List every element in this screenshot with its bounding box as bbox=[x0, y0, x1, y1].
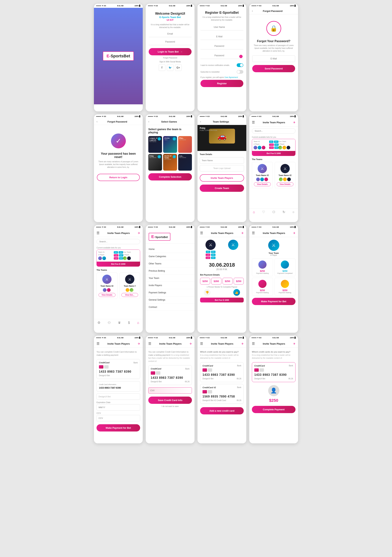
menu-item-general-settings[interactable]: General Settings bbox=[146, 296, 195, 303]
players-nav-icon[interactable]: ⚇ bbox=[108, 321, 111, 325]
complete-payment-button[interactable]: Complete Payment bbox=[252, 406, 295, 413]
card-holder-input[interactable] bbox=[97, 393, 140, 400]
send-icon-2[interactable]: ✈ bbox=[138, 231, 140, 235]
newsletter-toggle[interactable] bbox=[237, 70, 243, 74]
nav-title-forgot: Forgot Password bbox=[263, 10, 283, 12]
refresh-nav-icon[interactable]: ↻ bbox=[283, 210, 285, 214]
menu-item-payment-settings[interactable]: Payment Settings bbox=[146, 289, 195, 296]
back-button-team[interactable]: ‹ bbox=[200, 120, 201, 123]
menu-item-contract[interactable]: Contract bbox=[146, 303, 195, 311]
thumbs-up-button[interactable]: 👍 bbox=[233, 289, 240, 296]
hamburger-menu-icon[interactable]: ☰ bbox=[252, 120, 255, 124]
team-upload-button[interactable]: Team Logo Upload bbox=[200, 165, 244, 171]
facebook-button[interactable]: f bbox=[159, 64, 165, 71]
return-login-button[interactable]: Return to Login bbox=[97, 174, 140, 181]
login-button[interactable]: Login to Team Bet → bbox=[149, 48, 192, 55]
team1-label-2: Team #1 bbox=[98, 251, 114, 253]
card-option-1[interactable]: CreditCard Bank 1433 8983 7387 8390 Desi… bbox=[200, 362, 244, 382]
create-team-button[interactable]: Create Team bbox=[200, 185, 244, 192]
notification-toggle[interactable] bbox=[237, 63, 243, 67]
send-icon-3[interactable]: ✈ bbox=[241, 231, 244, 235]
invite-header: ☰ Invite Team Players ✈ bbox=[249, 118, 298, 126]
send-icon-8[interactable]: ✈ bbox=[293, 342, 295, 345]
menu-item-your-team[interactable]: Your Team bbox=[146, 275, 195, 282]
send-icon-7[interactable]: ✈ bbox=[241, 342, 244, 345]
view-details-button-1[interactable]: View Details bbox=[254, 182, 271, 186]
google-button[interactable]: G+ bbox=[175, 64, 182, 71]
controller-nav-icon[interactable]: ⚙ bbox=[98, 321, 100, 325]
trophy-nav-icon[interactable]: ♛ bbox=[118, 321, 121, 325]
game-card-2[interactable]: Play... Riot Games bbox=[178, 136, 192, 153]
twitter-button[interactable]: 🐦 bbox=[167, 64, 173, 71]
complete-selection-button[interactable]: Complete Selection bbox=[148, 173, 192, 180]
dont-save-link[interactable]: I do not want to save bbox=[148, 405, 192, 407]
menu-item-other-teams[interactable]: Other Teams bbox=[146, 260, 195, 267]
card-option-selected[interactable]: CreditCard Bank 1433 8983 7387 8390 Desi… bbox=[252, 362, 295, 382]
game-card-1[interactable]: CS-Go Valve ✓ bbox=[163, 136, 177, 153]
search-input-2[interactable] bbox=[97, 239, 140, 244]
hamburger-icon-6[interactable]: ☰ bbox=[148, 342, 151, 346]
card-option-2[interactable]: CreditCard #2 Bank 1569 8935 7890 4758 D… bbox=[200, 384, 244, 404]
users-nav-icon[interactable]: ⚇ bbox=[272, 210, 275, 214]
lt-2: Lost bbox=[114, 257, 118, 260]
make-payment-bet-button[interactable]: Make Payment for Bet bbox=[252, 298, 295, 305]
payment-avatar-3 bbox=[258, 280, 267, 288]
hamburger-icon-8[interactable]: ☰ bbox=[252, 342, 255, 346]
menu-item-home[interactable]: Home bbox=[146, 246, 195, 253]
send-password-button[interactable]: Send Password bbox=[252, 65, 295, 72]
status-bar-4: ●●●●● ▼ KX 9:41 AM 100% ▊ bbox=[249, 4, 298, 8]
send-icon-5[interactable]: ✈ bbox=[138, 342, 140, 345]
view-details-button-2[interactable]: View Details bbox=[277, 182, 294, 186]
back-button[interactable]: ‹ bbox=[252, 9, 253, 13]
register-button[interactable]: Register bbox=[200, 80, 243, 87]
hamburger-icon-3[interactable]: ☰ bbox=[200, 231, 203, 235]
expiry-input[interactable] bbox=[97, 404, 140, 410]
amount-1: $250 bbox=[203, 280, 208, 283]
home-nav-icon-2[interactable]: ⌂ bbox=[137, 321, 139, 325]
forgot-link[interactable]: Forgot Password bbox=[149, 57, 192, 59]
thumbs-down-button[interactable]: 👎 bbox=[204, 289, 211, 296]
game-card-5[interactable]: Lea... Riot Games bbox=[178, 154, 192, 171]
cvv-input[interactable] bbox=[148, 387, 192, 394]
home-nav-icon[interactable]: ⌂ bbox=[253, 210, 255, 214]
reg-password2-input[interactable] bbox=[200, 52, 243, 59]
menu-item-game-categories[interactable]: Game Categories bbox=[146, 253, 195, 260]
reg-email-input[interactable] bbox=[200, 33, 243, 40]
hamburger-icon-7[interactable]: ☰ bbox=[200, 342, 203, 346]
send-icon[interactable]: ✈ bbox=[293, 121, 295, 124]
password-input[interactable] bbox=[149, 39, 192, 45]
email-input[interactable] bbox=[149, 31, 192, 37]
add-credit-card-button[interactable]: Add a new credit card bbox=[200, 407, 244, 414]
ccv-input[interactable] bbox=[97, 415, 140, 421]
heart-nav-icon[interactable]: ♡ bbox=[262, 210, 265, 214]
menu-item-invite-players[interactable]: Invite Players bbox=[146, 282, 195, 289]
make-payment-bet-button-2[interactable]: Make Payment for Bet bbox=[97, 424, 140, 432]
nav-title-reset: Forgot Password bbox=[107, 120, 127, 123]
hamburger-icon-4[interactable]: ☰ bbox=[252, 231, 255, 235]
game-card-4[interactable]: World Of Tanks Riot Games ✓ bbox=[163, 154, 177, 171]
username-input[interactable] bbox=[200, 24, 243, 31]
menu-item-previous-betting[interactable]: Previous Betting bbox=[146, 267, 195, 275]
save-credit-card-button[interactable]: Save Credit Card Info bbox=[148, 397, 192, 404]
person-nav-icon[interactable]: ○ bbox=[293, 210, 294, 214]
money-nav-icon[interactable]: $ bbox=[128, 321, 130, 325]
view-details-btn-4[interactable]: View Det... bbox=[121, 293, 138, 297]
back-button-reset[interactable]: ‹ bbox=[97, 120, 98, 123]
view-details-btn-3[interactable]: View Details bbox=[98, 293, 115, 297]
card-header-2: CreditCard Bank bbox=[151, 368, 189, 370]
send-icon-4[interactable]: ✈ bbox=[293, 231, 295, 235]
pay-team-count: 4 Player bbox=[270, 254, 277, 256]
user-agreement-link[interactable]: User Agreement bbox=[225, 76, 238, 78]
team-name-input[interactable] bbox=[200, 157, 244, 164]
invite-team-players-button[interactable]: Invite Team Players bbox=[200, 174, 244, 181]
game-card-0[interactable]: League of Legends Riot Games ✓ bbox=[148, 136, 162, 153]
forgot-email-input[interactable] bbox=[252, 55, 295, 62]
chip-5 bbox=[203, 368, 207, 372]
search-input[interactable] bbox=[252, 128, 295, 133]
hamburger-icon-5[interactable]: ☰ bbox=[97, 342, 99, 346]
send-icon-6[interactable]: ✈ bbox=[189, 342, 192, 345]
hamburger-menu-icon-2[interactable]: ☰ bbox=[97, 231, 99, 235]
reg-password-input[interactable] bbox=[200, 43, 243, 49]
back-button-games[interactable]: ‹ bbox=[148, 120, 149, 123]
game-card-3[interactable]: Pubg Riot Games ✓ bbox=[148, 154, 162, 171]
